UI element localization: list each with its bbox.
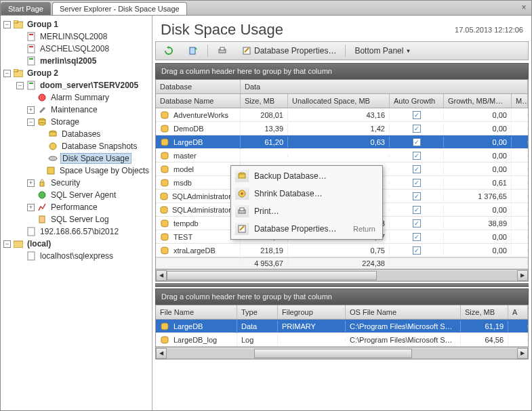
wrench-icon xyxy=(37,104,47,115)
tree-server[interactable]: MERLIN\SQL2008 xyxy=(39,32,108,41)
column-header[interactable]: Max xyxy=(512,94,528,108)
tree-group[interactable]: Group 1 xyxy=(26,20,60,29)
table-row[interactable]: xtraLargeDB218,190,75✓0,00 xyxy=(156,244,528,257)
svg-rect-48 xyxy=(240,208,244,211)
refresh-icon xyxy=(163,45,174,56)
expand-toggle[interactable]: + xyxy=(27,106,35,114)
checkbox[interactable]: ✓ xyxy=(413,246,421,255)
column-header[interactable]: File Name xyxy=(156,305,237,319)
expand-toggle[interactable]: − xyxy=(27,118,35,126)
refresh-button[interactable] xyxy=(159,43,179,58)
checkbox[interactable]: ✓ xyxy=(413,165,421,173)
expand-toggle[interactable]: − xyxy=(3,70,11,77)
svg-rect-10 xyxy=(28,81,35,89)
tree-item[interactable]: SQL Server Log xyxy=(49,215,110,224)
tree-item[interactable]: SQL Server Agent xyxy=(49,190,117,200)
ctx-shrink-database[interactable]: Shrink Database… xyxy=(232,185,381,202)
ctx-database-properties[interactable]: Database Properties…Return xyxy=(232,220,381,238)
column-header[interactable]: Filegroup xyxy=(278,305,346,319)
table-row[interactable]: master✓0,00 xyxy=(156,149,528,163)
tree-item[interactable]: Alarm Summary xyxy=(49,93,110,102)
tree-item[interactable]: Storage xyxy=(49,117,81,127)
tree-item[interactable]: Performance xyxy=(49,202,99,212)
expand-toggle[interactable]: − xyxy=(16,82,24,89)
column-header[interactable]: Auto Growth xyxy=(390,94,444,108)
scroll-left-button[interactable]: ◀ xyxy=(156,270,167,281)
expand-toggle[interactable]: + xyxy=(27,179,35,187)
checkbox[interactable]: ✓ xyxy=(413,179,421,187)
tab-close-button[interactable]: × xyxy=(519,3,529,12)
scroll-left-button[interactable]: ◀ xyxy=(156,348,167,359)
svg-rect-4 xyxy=(28,45,35,53)
tree-server[interactable]: doom_server\TSERV2005 xyxy=(39,81,140,90)
svg-rect-3 xyxy=(29,34,33,35)
tree-server[interactable]: 192.168.66.57\bi2012 xyxy=(39,227,120,236)
server-icon xyxy=(26,56,37,66)
tab-server-explorer[interactable]: Server Explorer - Disk Space Usage xyxy=(52,2,187,15)
folder-icon xyxy=(13,68,24,79)
tab-start-page[interactable]: Start Page xyxy=(1,2,51,15)
column-header[interactable]: A xyxy=(508,305,528,319)
panel-dropdown[interactable]: Bottom Panel▼ xyxy=(350,44,415,58)
group-by-hint[interactable]: Drag a column header here to group by th… xyxy=(155,288,529,305)
ctx-backup-database[interactable]: Backup Database… xyxy=(232,167,381,185)
expand-toggle[interactable]: − xyxy=(3,21,11,28)
table-row[interactable]: LargeDB61,200,63✓0,00 xyxy=(156,135,528,149)
table-row[interactable]: LargeDBDataPRIMARYC:\Program Files\Micro… xyxy=(156,320,528,333)
server-tree[interactable]: −Group 1 MERLIN\SQL2008 ASCHEL\SQL2008 m… xyxy=(1,16,152,410)
tree-item[interactable]: Security xyxy=(49,178,81,188)
column-header[interactable]: Database Name xyxy=(156,94,241,108)
svg-point-15 xyxy=(39,123,45,125)
export-button[interactable] xyxy=(183,43,203,58)
storage-icon xyxy=(37,116,47,127)
database-properties-button[interactable]: Database Properties… xyxy=(237,43,341,58)
scroll-right-button[interactable]: ▶ xyxy=(517,270,528,281)
tree-item[interactable]: Space Usage by Objects xyxy=(58,166,150,175)
column-group[interactable]: Data xyxy=(241,80,528,93)
tree-item[interactable]: Databases xyxy=(60,129,102,139)
scroll-right-button[interactable]: ▶ xyxy=(517,348,528,359)
checkbox[interactable]: ✓ xyxy=(413,152,421,160)
tree-item[interactable]: Database Snapshots xyxy=(60,142,138,151)
splitter[interactable] xyxy=(155,283,529,287)
table-row[interactable]: LargeDB_logLogC:\Program Files\Microsoft… xyxy=(156,333,528,347)
tree-item-selected[interactable]: Disk Space Usage xyxy=(60,153,131,164)
column-header[interactable]: Size, MB xyxy=(461,305,508,319)
security-icon xyxy=(37,177,47,188)
tree-server[interactable]: merlin\sql2005 xyxy=(39,56,98,66)
column-header[interactable]: Size, MB xyxy=(241,94,288,108)
checkbox[interactable]: ✓ xyxy=(413,125,421,133)
group-by-hint[interactable]: Drag a column header here to group by th… xyxy=(155,63,529,79)
database-icon xyxy=(160,123,171,134)
column-group[interactable]: Database xyxy=(156,80,241,93)
checkbox[interactable]: ✓ xyxy=(413,192,421,200)
disk-icon xyxy=(47,153,58,164)
table-row[interactable]: DemoDB13,391,42✓0,00 xyxy=(156,122,528,135)
tree-group[interactable]: (local) xyxy=(26,239,52,248)
tree-group[interactable]: Group 2 xyxy=(26,68,60,78)
checkbox[interactable]: ✓ xyxy=(413,138,421,146)
database-icon xyxy=(160,232,171,242)
expand-toggle[interactable]: − xyxy=(3,240,11,248)
horizontal-scrollbar[interactable]: ◀ ▶ xyxy=(156,269,528,281)
svg-point-18 xyxy=(49,143,56,150)
ctx-print[interactable]: Print… xyxy=(232,202,381,220)
column-header[interactable]: Growth, MB/Mo… xyxy=(444,94,512,108)
column-header[interactable]: Type xyxy=(237,305,278,319)
tree-server[interactable]: ASCHEL\SQL2008 xyxy=(39,44,110,53)
tree-item[interactable]: Maintenance xyxy=(49,105,99,114)
print-button[interactable] xyxy=(212,43,232,58)
table-row[interactable]: AdventureWorks208,0143,16✓0,00 xyxy=(156,108,528,122)
column-header[interactable]: OS File Name xyxy=(346,305,461,319)
sum-unalloc: 224,38 xyxy=(288,258,390,269)
column-header[interactable]: Unallocated Space, MB xyxy=(288,94,390,108)
expand-toggle[interactable]: + xyxy=(27,204,35,211)
checkbox[interactable]: ✓ xyxy=(413,111,421,119)
svg-rect-17 xyxy=(49,132,56,136)
horizontal-scrollbar[interactable]: ◀ ▶ xyxy=(156,347,528,359)
checkbox[interactable]: ✓ xyxy=(413,219,421,228)
checkbox[interactable]: ✓ xyxy=(413,206,421,214)
chevron-down-icon: ▼ xyxy=(405,48,411,54)
tree-server[interactable]: localhost\sqlexpress xyxy=(39,251,115,261)
checkbox[interactable]: ✓ xyxy=(413,233,421,241)
